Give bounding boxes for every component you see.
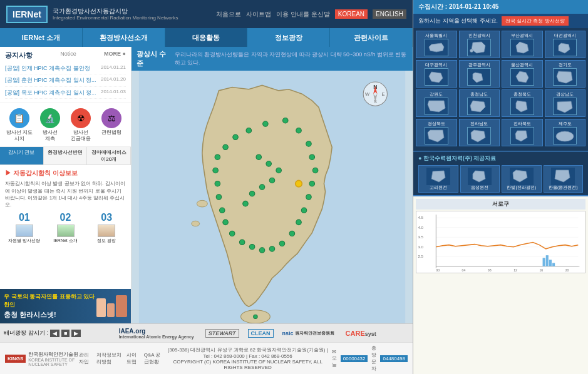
- icon-emergency[interactable]: ☢ 방사선긴급대응: [67, 108, 95, 141]
- nav-item-about[interactable]: IERNet 소개: [0, 28, 83, 47]
- svg-point-33: [269, 178, 275, 183]
- tab-radiation-map[interactable]: 환경방사선반면: [44, 147, 88, 164]
- nav-item-related[interactable]: 관련사이트: [330, 28, 413, 47]
- gyeonggi-map-thumb: [553, 68, 577, 86]
- banner-label: 배너광장: [4, 329, 26, 337]
- chart-svg: 4.5 4.0 3.5 3.0 2.5 00 04 08 12: [416, 211, 585, 273]
- region-gangwon[interactable]: 강원도: [416, 89, 457, 117]
- lang-korean-btn[interactable]: KOREAN: [335, 9, 368, 19]
- tab-service[interactable]: 경마매매서비스이20개: [87, 147, 131, 164]
- gori-map: [426, 168, 450, 185]
- link-privacy[interactable]: 저작정보처리방침: [96, 351, 121, 365]
- provider-umsong[interactable]: 음성원전: [460, 165, 500, 193]
- tab-monitor[interactable]: 감시기 관보: [0, 147, 44, 164]
- region-jeonbuk[interactable]: 전라북도: [502, 119, 543, 146]
- region-gwangju[interactable]: 광주광역시: [459, 60, 500, 88]
- region-busan[interactable]: 부산광역시: [502, 31, 543, 58]
- svg-rect-64: [549, 260, 552, 266]
- icon-law[interactable]: ⚖ 관련법령: [98, 108, 126, 141]
- banner-next-btn[interactable]: ▶: [71, 330, 81, 337]
- region-gyeongnam[interactable]: 경상남도: [545, 89, 586, 117]
- nav-item-radiation[interactable]: 환경방사선소개: [83, 28, 165, 47]
- partner-logos: IAEA.org International Atomic Energy Age…: [86, 326, 409, 340]
- link-home[interactable]: 처음으로: [216, 10, 241, 19]
- step-1[interactable]: 01 자원별 방사선량: [5, 212, 44, 243]
- korea-map-svg: N S W E: [132, 71, 413, 323]
- region-jeju[interactable]: 제주도: [545, 119, 586, 146]
- region-chungbuk[interactable]: 충청북도: [502, 89, 543, 117]
- icon-radiation-map[interactable]: 📋 방사선 지도시지: [5, 108, 33, 141]
- svg-point-9: [309, 154, 315, 160]
- region-gyeonggi[interactable]: 경기도: [545, 60, 586, 88]
- region-seoul[interactable]: 서울특별시: [416, 31, 457, 58]
- chungnam-map-thumb: [467, 98, 491, 115]
- region-select-bar: 원하시는 지역을 선택해 주세요. 전국 실시간 측정 방사선량: [413, 14, 588, 28]
- region-jeonnam[interactable]: 전라남도: [459, 119, 500, 146]
- gyeongnam-map-thumb: [553, 98, 577, 115]
- link-sitemap[interactable]: 사이트맵: [246, 10, 271, 19]
- step-2[interactable]: 02 IERNet 소개: [46, 212, 85, 243]
- region-gyeongbuk[interactable]: 경상북도: [416, 119, 457, 146]
- gwangju-map-thumb: [467, 68, 491, 86]
- partner-nsic: nsic 원자력안전보증원회: [280, 329, 337, 338]
- bottom-bar: 배너광장 감시기 : ◀ ■ ▶ IAEA.org International …: [0, 323, 413, 342]
- sidebar-tabs: 감시기 관보 환경방사선반면 경마매매서비스이20개: [0, 147, 131, 165]
- link-admin[interactable]: 관리자입: [79, 351, 91, 365]
- svg-point-28: [269, 246, 275, 252]
- link-sitemap[interactable]: 사이트맵: [126, 351, 139, 365]
- gangwon-map-thumb: [425, 98, 448, 115]
- icon-measurement[interactable]: 🔬 방사선계측: [36, 108, 64, 141]
- svg-point-35: [249, 191, 255, 196]
- all-region-btn[interactable]: 전국 실시간 측정 방사선량: [502, 16, 569, 26]
- provider-gori[interactable]: 고리원전: [418, 165, 458, 193]
- total-label: 총방문자: [371, 345, 376, 372]
- today-count: 00000432: [341, 355, 368, 362]
- kings-logo: KINGS 한국원자력안전기술원 KOREA INSTITUTE OF NUCL…: [5, 351, 79, 366]
- ulsan-map-thumb: [510, 68, 534, 86]
- notice-item-2[interactable]: [공알] 춘천 HPIC 계측수집 일시 정... 2014.01.20: [5, 74, 126, 86]
- region-grid: 서울특별시 인천광역시 부산광역시: [413, 28, 588, 151]
- daejeon-map-thumb: [553, 39, 577, 56]
- banner-prev-btn[interactable]: ◀: [50, 330, 59, 337]
- notice-item-3[interactable]: [공알] 목포 HPIC 계측수집 일시 정... 2014.01.03: [5, 87, 126, 99]
- provider-hanbit[interactable]: 한빛(전라광전): [502, 165, 542, 193]
- svg-point-12: [306, 195, 312, 200]
- map-title-bar: 광상시 수준 우리나라의 환경방사선량들은 자역과 자연현상에 따라 광상시 대…: [132, 47, 413, 71]
- svg-point-19: [213, 168, 219, 173]
- region-select-label: 원하시는 지역을 선택해 주세요.: [418, 17, 498, 25]
- region-daegu[interactable]: 대구광역시: [416, 60, 457, 88]
- notice-more-btn[interactable]: MORE ●: [104, 51, 126, 60]
- svg-point-46: [470, 49, 473, 53]
- kings-badge: KINGS: [5, 355, 26, 363]
- lang-english-btn[interactable]: ENGLISH: [373, 9, 406, 19]
- svg-point-7: [296, 128, 302, 133]
- step-3[interactable]: 03 정보 광장: [87, 212, 126, 243]
- region-incheon[interactable]: 인천광역시: [459, 31, 500, 58]
- notice-item-1[interactable]: [공알] 인제 HPIC 계측수집 불안정 2014.01.21: [5, 63, 126, 74]
- partner-iaea: IAEA.org International Atomic Energy Age…: [116, 326, 197, 340]
- svg-point-15: [289, 231, 295, 236]
- hanul-map: [551, 168, 575, 185]
- link-guide[interactable]: 이용 안내를 운신발: [276, 10, 330, 19]
- nav-item-info[interactable]: 정보광장: [247, 28, 330, 47]
- svg-rect-65: [552, 263, 555, 266]
- step-1-image: [16, 225, 33, 237]
- svg-rect-63: [546, 256, 549, 267]
- link-qna[interactable]: Q&A 공급현황: [144, 351, 164, 365]
- header-links: 처음으로 사이트맵 이용 안내를 운신발 KOREAN ENGLISH: [216, 9, 406, 19]
- region-ulsan[interactable]: 울산광역시: [502, 60, 543, 88]
- provider-hanul[interactable]: 한울(중관원전): [544, 165, 584, 193]
- step-3-image: [98, 225, 115, 237]
- partner-clean[interactable]: CLEAN: [248, 329, 274, 338]
- nav-item-response[interactable]: 대응활동: [165, 28, 248, 47]
- info-section: ▶ 자동감시함칙 이상보보 자동감시함칙의 이상 발생 공보가 없어 하위. 감…: [0, 165, 131, 289]
- region-daejeon[interactable]: 대전광역시: [545, 31, 586, 58]
- svg-text:4.0: 4.0: [418, 225, 423, 230]
- provider-section: ● 한국수력원자력(주) 제공자료 고리원전 음성원전: [413, 151, 588, 195]
- chart-section: 서로구 4.5 4.: [413, 195, 588, 374]
- svg-text:12: 12: [513, 268, 517, 272]
- region-chungnam[interactable]: 충청남도: [459, 89, 500, 117]
- banner-pause-btn[interactable]: ■: [61, 330, 70, 337]
- map-canvas[interactable]: N S W E: [132, 71, 413, 323]
- header-time: 수집시간 : 2014-01-21 10:45: [418, 3, 498, 11]
